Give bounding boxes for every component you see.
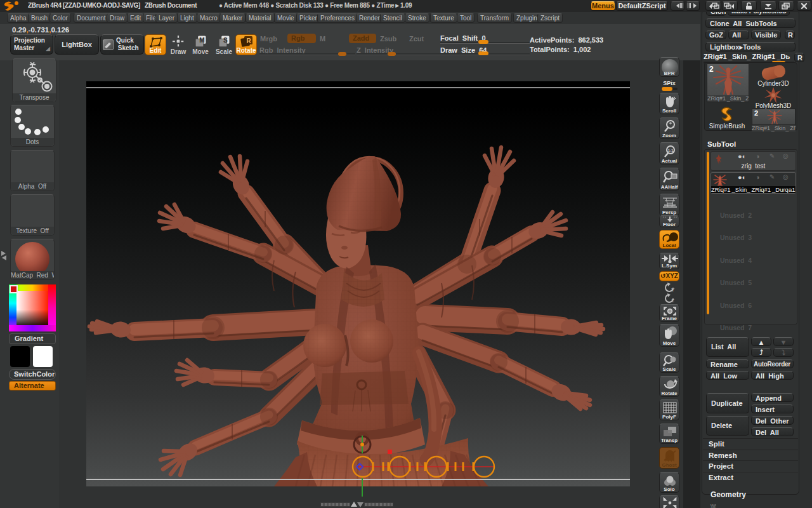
svg-text:Z: Z — [671, 298, 674, 304]
svg-text:M: M — [199, 37, 204, 44]
svg-text:S: S — [223, 37, 228, 44]
svg-text:R: R — [246, 37, 251, 44]
svg-text:Y: Y — [671, 287, 675, 293]
svg-text:1:1: 1:1 — [668, 149, 674, 152]
